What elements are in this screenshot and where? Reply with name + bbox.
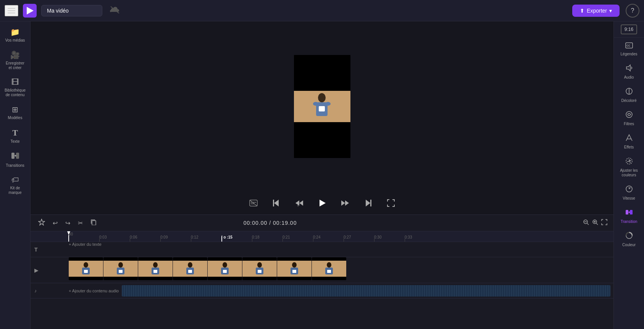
sidebar-item-media[interactable]: 📁 Vos médias xyxy=(2,24,28,46)
svg-marker-17 xyxy=(299,200,303,206)
svg-point-33 xyxy=(84,262,88,268)
transition-icon xyxy=(625,208,633,218)
add-text-button[interactable]: + Ajouter du texte xyxy=(69,242,102,247)
decolor-icon xyxy=(625,87,633,97)
right-sidebar-transition[interactable]: Transition xyxy=(615,205,643,227)
video-thumbnail-3[interactable] xyxy=(138,257,173,280)
captions-label: Légendes xyxy=(621,52,638,56)
fit-button[interactable] xyxy=(601,219,607,227)
svg-rect-53 xyxy=(292,270,296,273)
export-chevron: ▾ xyxy=(609,8,612,14)
video-track-icon: ▶ xyxy=(34,267,39,273)
play-button[interactable] xyxy=(315,196,329,210)
svg-marker-20 xyxy=(341,200,345,206)
svg-line-13 xyxy=(250,200,257,206)
svg-rect-14 xyxy=(273,200,274,206)
copy-button[interactable] xyxy=(89,218,98,228)
next-button[interactable] xyxy=(361,196,375,210)
effects-label: Effets xyxy=(624,145,634,150)
redo-button[interactable]: ↪ xyxy=(64,218,72,228)
video-thumbnail-7[interactable] xyxy=(277,257,312,280)
svg-rect-47 xyxy=(223,270,227,273)
transition-label: Transition xyxy=(621,219,638,224)
svg-rect-41 xyxy=(153,270,157,273)
video-thumbnail-6[interactable] xyxy=(242,257,277,280)
app-logo xyxy=(23,4,37,18)
zoom-in-button[interactable] xyxy=(592,219,598,227)
svg-rect-38 xyxy=(119,270,123,273)
export-icon: ⬆ xyxy=(580,8,584,14)
svg-line-64 xyxy=(627,160,631,162)
cut-button[interactable]: ✂ xyxy=(76,218,84,228)
svg-point-54 xyxy=(327,262,331,268)
right-sidebar-audio[interactable]: Audio xyxy=(615,61,643,83)
timecode-display: 00:00.00 / 00:19.00 xyxy=(244,220,297,226)
right-sidebar-speed[interactable]: Vitesse xyxy=(615,182,643,204)
video-top-black xyxy=(294,55,350,91)
video-thumbnail-4[interactable] xyxy=(173,257,207,280)
prev-button[interactable] xyxy=(270,196,283,210)
right-sidebar-adjust-colors[interactable]: Ajuster lescouleurs xyxy=(615,154,643,181)
preview-area xyxy=(31,21,613,192)
svg-point-8 xyxy=(313,102,318,106)
transitions-icon xyxy=(11,152,19,162)
help-button[interactable]: ? xyxy=(626,4,639,18)
main-area: 📁 Vos médias 🎥 Enregistreret créer 🎞 Bib… xyxy=(0,21,644,329)
brand-icon: 🏷 xyxy=(11,176,19,184)
svg-marker-23 xyxy=(366,200,370,206)
undo-button[interactable]: ↩ xyxy=(51,218,59,228)
models-icon: ⊞ xyxy=(12,105,18,114)
project-name-input[interactable]: Ma vidéo xyxy=(41,5,102,16)
sidebar-item-brand[interactable]: 🏷 Kit de marque xyxy=(2,173,28,198)
timeline-ruler: 00 0:03 0:06 0:09 0:12 l o :15 0:18 xyxy=(31,231,613,242)
svg-point-9 xyxy=(325,102,331,106)
filters-icon xyxy=(625,111,633,120)
svg-marker-19 xyxy=(320,200,326,206)
topbar-left: Ma vidéo xyxy=(5,4,120,18)
right-sidebar-effects[interactable]: Effets xyxy=(615,131,643,153)
svg-marker-15 xyxy=(274,200,279,206)
video-thumbnail-5[interactable] xyxy=(208,257,242,280)
right-sidebar-captions[interactable]: CC Légendes xyxy=(615,39,643,60)
svg-marker-59 xyxy=(626,65,630,71)
audio-label: Audio xyxy=(624,75,634,80)
right-sidebar-decolor[interactable]: Décoloré xyxy=(615,84,643,106)
sidebar-item-library[interactable]: 🎞 Bibliothèquede contenu xyxy=(2,75,28,100)
svg-point-51 xyxy=(292,262,297,268)
left-sidebar: 📁 Vos médias 🎥 Enregistreret créer 🎞 Bib… xyxy=(0,21,31,329)
decolor-label: Décoloré xyxy=(621,98,636,103)
speed-label: Vitesse xyxy=(623,196,635,201)
video-clips-container[interactable] xyxy=(69,257,613,283)
video-thumbnail-8[interactable] xyxy=(312,257,346,280)
sidebar-label-media: Vos médias xyxy=(5,38,25,43)
aspect-ratio-button[interactable]: 9:16 xyxy=(621,24,637,34)
svg-point-39 xyxy=(153,262,158,268)
video-thumbnail-2[interactable] xyxy=(103,257,138,280)
svg-rect-4 xyxy=(16,153,19,159)
captions-toggle-button[interactable] xyxy=(247,196,260,210)
right-sidebar-color[interactable]: Couleur xyxy=(615,229,643,250)
sidebar-item-record[interactable]: 🎥 Enregistreret créer xyxy=(2,47,28,73)
sidebar-label-library: Bibliothèquede contenu xyxy=(5,88,26,97)
sidebar-item-transitions[interactable]: Transitions xyxy=(2,148,28,171)
sidebar-item-models[interactable]: ⊞ Modèles xyxy=(2,102,28,123)
add-audio-button[interactable]: + Ajouter du contenu audio xyxy=(69,289,119,293)
right-sidebar-filters[interactable]: Filtres xyxy=(615,108,643,129)
rewind-button[interactable]: 5 xyxy=(292,196,306,210)
timeline-tracks: T + Ajouter du texte ▶ xyxy=(31,242,613,329)
effects-icon xyxy=(625,134,633,144)
svg-rect-50 xyxy=(258,270,261,273)
svg-point-5 xyxy=(318,93,326,102)
adjust-colors-label: Ajuster lescouleurs xyxy=(620,168,638,177)
svg-rect-22 xyxy=(370,200,371,206)
export-button[interactable]: ⬆ Exporter ▾ xyxy=(572,5,620,17)
video-thumbnail-1[interactable] xyxy=(69,257,103,280)
fullscreen-button[interactable] xyxy=(384,196,398,210)
magic-tool-button[interactable] xyxy=(37,217,47,229)
zoom-out-button[interactable] xyxy=(583,219,589,227)
forward-button[interactable] xyxy=(338,196,352,210)
sidebar-label-transitions: Transitions xyxy=(6,163,24,168)
video-person-area xyxy=(294,91,350,122)
sidebar-item-text[interactable]: T Texte xyxy=(2,125,28,147)
menu-button[interactable] xyxy=(5,5,18,16)
